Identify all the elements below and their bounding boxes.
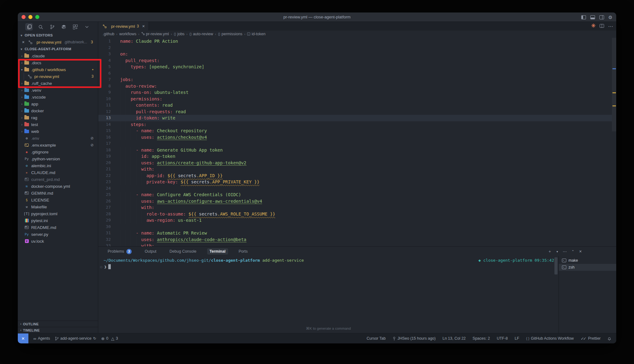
- breadcrumb-item-pr-review-yml[interactable]: pr-review.yml: [141, 32, 169, 36]
- code-line-3[interactable]: 3on:: [98, 51, 612, 57]
- eol-item[interactable]: LF: [515, 336, 519, 341]
- code-line-14[interactable]: 14 steps:: [98, 121, 612, 128]
- zoom-window-button[interactable]: [35, 15, 39, 19]
- panel-tab-ports[interactable]: Ports: [236, 248, 250, 255]
- tree-item-.env[interactable]: ⚙.env⊘: [18, 135, 98, 142]
- split-editor-icon[interactable]: [600, 23, 604, 29]
- code-line-16[interactable]: 16 uses: actions/checkout@v4: [98, 134, 612, 141]
- toggle-panel-icon[interactable]: [590, 15, 595, 19]
- close-tab-icon[interactable]: ✕: [142, 24, 145, 28]
- tree-item-docker[interactable]: ›docker: [18, 107, 98, 114]
- problems-status-item[interactable]: ⊗ 0 △ 3: [101, 336, 118, 341]
- tree-item-web[interactable]: ›web: [18, 128, 98, 135]
- sidebar-section-timeline[interactable]: ›TIMELINE: [18, 327, 98, 333]
- code-line-6[interactable]: 6: [98, 70, 612, 77]
- code-editor[interactable]: 1name: Claude PR Action23on:4 pull_reque…: [98, 37, 616, 246]
- git-blame-item[interactable]: JHSeo (15 hours ago): [393, 336, 436, 341]
- code-line-27[interactable]: 27 with:: [98, 204, 612, 211]
- formatter-item[interactable]: ✓✓Prettier: [581, 336, 601, 341]
- tree-item-server.py[interactable]: Pyserver.py: [18, 231, 98, 238]
- code-line-8[interactable]: 8 auto-review:: [98, 83, 612, 90]
- tree-item-license[interactable]: §LICENSE: [18, 197, 98, 203]
- code-line-1[interactable]: 1name: Claude PR Action: [98, 38, 612, 45]
- panel-more-actions-icon[interactable]: ⋯: [563, 249, 567, 254]
- code-line-7[interactable]: 7jobs:: [98, 76, 612, 83]
- breadcrumb-item-id-token[interactable]: id-token: [247, 32, 265, 36]
- close-editor-icon[interactable]: ✕: [22, 40, 26, 44]
- overview-ruler[interactable]: [612, 37, 616, 246]
- code-line-15[interactable]: 15 - name: Checkout repository: [98, 128, 612, 134]
- claude-icon[interactable]: [591, 23, 596, 29]
- custom-view-icon[interactable]: [71, 23, 79, 31]
- terminal-instance-zsh[interactable]: >_zsh: [559, 264, 616, 271]
- code-line-18[interactable]: 18 - name: Generate GitHub App token: [98, 147, 612, 153]
- panel-tab-debug-console[interactable]: Debug Console: [167, 248, 199, 255]
- breadcrumb-item-permissions[interactable]: {}permissions: [218, 32, 242, 36]
- toggle-secondary-sidebar-icon[interactable]: [599, 15, 604, 19]
- open-editors-header[interactable]: ▾ OPEN EDITORS: [18, 32, 98, 39]
- tree-item-pytest.ini[interactable]: pytest.ini: [18, 217, 98, 224]
- code-line-5[interactable]: 5 types: [opened, synchronize]: [98, 64, 612, 70]
- terminal-scrollbar[interactable]: [554, 257, 558, 274]
- code-line-33[interactable]: 33 with:: [98, 243, 612, 246]
- settings-gear-icon[interactable]: ⚙: [608, 15, 612, 20]
- toggle-primary-sidebar-icon[interactable]: [581, 15, 586, 19]
- tree-item-rag[interactable]: ›rag: [18, 114, 98, 121]
- breadcrumb-item-workflows[interactable]: workflows: [119, 32, 136, 36]
- terminal-view[interactable]: ~/Documents/Workspaces/github.com/jhseo-…: [98, 256, 558, 333]
- tree-item-.github-workflows[interactable]: ▾.github / workflows●: [18, 66, 98, 73]
- code-line-29[interactable]: 29 aws-region: us-east-1: [98, 217, 612, 224]
- code-line-12[interactable]: 12 pull-requests: read: [98, 109, 612, 115]
- panel-tab-terminal[interactable]: Terminal: [207, 248, 228, 255]
- code-line-19[interactable]: 19 id: app-token: [98, 153, 612, 160]
- code-line-17[interactable]: 17: [98, 140, 612, 147]
- terminal-dropdown-chevron-icon[interactable]: ▾: [557, 250, 558, 253]
- code-line-30[interactable]: 30: [98, 224, 612, 230]
- breadcrumb-item-jobs[interactable]: {}jobs: [174, 32, 184, 36]
- tree-item-.docs[interactable]: ›.docs: [18, 59, 98, 66]
- extensions-icon[interactable]: [60, 23, 67, 31]
- tree-item-pr-review.yml[interactable]: pr-review.yml3: [18, 73, 98, 80]
- remote-indicator[interactable]: ✕: [18, 333, 28, 343]
- terminal-instance-make[interactable]: >_make: [559, 257, 616, 264]
- tree-item-gemini.md[interactable]: M↓GEMINI.md: [18, 190, 98, 197]
- open-editor-item[interactable]: ✕ pr-review.yml .github/work... 3: [18, 39, 98, 46]
- code-line-32[interactable]: 32 uses: anthropics/claude-code-action@b…: [98, 236, 612, 243]
- tree-item-claude.md[interactable]: ✳CLAUDE.md: [18, 169, 98, 176]
- agents-status-item[interactable]: ∞ Agents: [33, 336, 50, 341]
- tab-pr-review[interactable]: pr-review.yml 3 ✕: [98, 22, 149, 31]
- sidebar-section-outline[interactable]: ›OUTLINE: [18, 321, 98, 327]
- encoding-item[interactable]: UTF-8: [497, 336, 508, 341]
- more-views-chevron-icon[interactable]: [83, 23, 90, 31]
- tree-item-pyproject.toml[interactable]: [T]pyproject.toml: [18, 210, 98, 217]
- tree-item-readme.md[interactable]: M↓README.md: [18, 224, 98, 231]
- git-branch-item[interactable]: add-agent-service ↻: [55, 336, 96, 341]
- code-line-24[interactable]: 24: [98, 185, 612, 192]
- language-mode-item[interactable]: { }GitHub Actions Workflow: [526, 336, 574, 341]
- tree-item-uv.lock[interactable]: Uuv.lock: [18, 238, 98, 245]
- notifications-bell-item[interactable]: [607, 337, 611, 341]
- tree-item-alembic.ini[interactable]: ⚙alembic.ini: [18, 162, 98, 169]
- code-line-4[interactable]: 4 pull_request:: [98, 57, 612, 64]
- cursor-position-item[interactable]: Ln 13, Col 22: [442, 336, 466, 341]
- code-line-20[interactable]: 20 uses: actions/create-github-app-token…: [98, 160, 612, 166]
- tree-item-.gitignore[interactable]: ◈.gitignore: [18, 148, 98, 155]
- tree-item-test[interactable]: ›test: [18, 121, 98, 128]
- tree-item-makefile[interactable]: ⚒Makefile: [18, 203, 98, 210]
- indentation-item[interactable]: Spaces: 2: [473, 336, 490, 341]
- minimize-window-button[interactable]: [28, 15, 32, 19]
- cursor-tab-toggle[interactable]: Cursor Tab: [367, 336, 386, 341]
- code-line-26[interactable]: 26 uses: aws-actions/configure-aws-crede…: [98, 198, 612, 205]
- tree-item-.python-version[interactable]: Py.python-version: [18, 155, 98, 162]
- code-line-21[interactable]: 21 with:: [98, 166, 612, 172]
- code-line-28[interactable]: 28 role-to-assume: ${{ secrets.AWS_ROLE_…: [98, 211, 612, 217]
- panel-tab-problems[interactable]: Problems3: [105, 248, 134, 255]
- search-icon[interactable]: [37, 23, 44, 31]
- code-line-9[interactable]: 9 runs-on: ubuntu-latest: [98, 89, 612, 96]
- tree-item-.ruff-cache[interactable]: ›.ruff_cache: [18, 80, 98, 87]
- tree-item-current-prd.md[interactable]: M↓current_prd.md: [18, 176, 98, 183]
- tree-item-.claude[interactable]: ›.claude: [18, 52, 98, 59]
- source-control-icon[interactable]: [48, 23, 56, 31]
- explorer-icon[interactable]: [25, 23, 33, 31]
- code-line-25[interactable]: 25 - name: Configure AWS Credentials (OI…: [98, 192, 612, 198]
